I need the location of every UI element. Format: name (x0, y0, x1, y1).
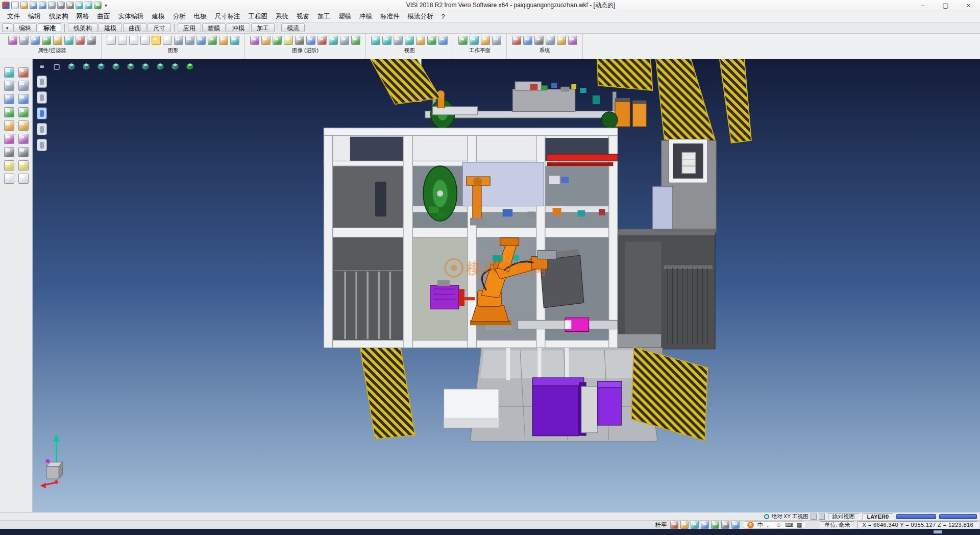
menu-item-stamping[interactable]: 冲模 (355, 11, 376, 22)
ime-bar[interactable]: S 中 。 ☺ ⌨ ▦ (743, 521, 807, 529)
extend-icon[interactable] (18, 147, 29, 157)
options-icon[interactable] (534, 36, 544, 45)
ime-keyboard-icon[interactable]: ⌨ (785, 522, 793, 528)
shadows-icon[interactable] (295, 36, 304, 45)
menu-item-mesh[interactable]: 网格 (72, 11, 93, 22)
tab-modeling[interactable]: 建模 (99, 23, 122, 32)
menu-item-window[interactable]: 视窗 (292, 11, 313, 22)
ime-emoji-icon[interactable]: ☺ (776, 522, 781, 528)
new-file-icon[interactable] (11, 2, 19, 9)
tab-dimension[interactable]: 尺寸 (148, 23, 171, 32)
pattern-icon[interactable] (18, 160, 29, 171)
menu-item-analysis[interactable]: 分析 (169, 11, 190, 22)
mirror-icon[interactable] (18, 107, 29, 117)
tab-application[interactable]: 应用 (178, 23, 201, 32)
tray-icon-pet[interactable] (680, 521, 689, 529)
menu-item-surface[interactable]: 曲面 (93, 11, 114, 22)
menu-item-standard-parts[interactable]: 标准件 (376, 11, 404, 22)
materials-icon[interactable] (261, 36, 271, 45)
tab-surface[interactable]: 曲面 (123, 23, 146, 32)
trim-icon[interactable] (4, 147, 14, 157)
menu-item-wireframe[interactable]: 线架构 (45, 11, 72, 22)
display-mode-shaded-icon[interactable] (37, 76, 47, 88)
menu-item-drafting[interactable]: 工程图 (244, 11, 272, 22)
tab-standard[interactable]: 标准 (38, 23, 61, 32)
tray-icon-keyboard[interactable] (721, 521, 729, 529)
copy-icon[interactable] (66, 2, 74, 9)
copy-element-icon[interactable] (18, 94, 29, 104)
view-top-icon[interactable] (66, 61, 77, 71)
pan-view-icon[interactable] (394, 36, 403, 45)
tray-icon-pen[interactable] (701, 521, 709, 529)
ime-lang-toggle[interactable]: 中 (757, 521, 763, 529)
tab-edit[interactable]: 编辑 (13, 23, 37, 32)
cut-icon[interactable] (57, 2, 65, 9)
filter-curves-icon[interactable] (53, 36, 62, 45)
attributes-icon[interactable] (19, 36, 29, 45)
wireframe-view-icon[interactable] (118, 36, 127, 45)
tab-stamping[interactable]: 冲模 (227, 23, 250, 32)
background-icon[interactable] (329, 36, 338, 45)
color-tool-icon[interactable] (18, 174, 29, 184)
section-view-icon[interactable] (317, 36, 327, 45)
display-mode-transparent-icon[interactable] (37, 139, 47, 151)
display-mode-wireframe-icon[interactable] (37, 91, 47, 104)
render-icon[interactable] (250, 36, 259, 45)
filter-all-icon[interactable] (31, 36, 40, 45)
view-menu-icon[interactable]: ≡ (37, 61, 47, 71)
app-logo-icon[interactable] (2, 2, 10, 9)
axis-display-icon[interactable] (208, 36, 217, 45)
textures-icon[interactable] (273, 36, 282, 45)
delete-icon[interactable] (18, 67, 29, 78)
calculator-icon[interactable] (557, 36, 566, 45)
edge-display-icon[interactable] (163, 36, 172, 45)
split-view-icon[interactable] (819, 514, 825, 520)
tab-dropdown-button[interactable]: ▾ (2, 23, 12, 32)
view-back-icon[interactable] (126, 61, 136, 71)
rotate-view-icon[interactable] (405, 36, 414, 45)
screen-display-icon[interactable] (230, 36, 239, 45)
menu-item-help[interactable]: ? (437, 12, 449, 21)
tab-molding[interactable]: 塑膜 (202, 23, 226, 32)
snap-settings-icon[interactable] (546, 36, 555, 45)
zoom-select-icon[interactable] (4, 67, 14, 78)
box-display-icon[interactable] (174, 36, 183, 45)
view-right-icon[interactable] (96, 61, 106, 71)
snap-lock-toggle[interactable]: 栓牢 (655, 521, 667, 529)
workplane-free-icon[interactable] (492, 36, 501, 45)
tray-icon-clock[interactable] (691, 521, 699, 529)
tray-icon-notes[interactable] (670, 521, 678, 529)
properties-icon[interactable] (8, 36, 17, 45)
restore-button[interactable]: ▢ (934, 0, 957, 11)
menu-item-modeling[interactable]: 建模 (148, 11, 169, 22)
menu-item-electrode[interactable]: 电极 (190, 11, 211, 22)
offset-icon[interactable] (4, 160, 14, 171)
filter-surfaces-icon[interactable] (64, 36, 74, 45)
previous-view-icon[interactable] (416, 36, 425, 45)
menu-item-dimension[interactable]: 尺寸标注 (211, 11, 244, 22)
view-trimetric-icon[interactable] (170, 61, 180, 71)
solid-display-icon[interactable] (152, 36, 161, 45)
minimize-button[interactable]: – (911, 0, 934, 11)
taskbar-item[interactable] (934, 530, 942, 533)
filter-solids-icon[interactable] (76, 36, 85, 45)
reflection-icon[interactable] (340, 36, 349, 45)
tray-icon-volume[interactable] (731, 521, 740, 529)
view-current-icon[interactable] (185, 61, 195, 71)
multi-view-icon[interactable] (438, 36, 448, 45)
display-mode-hidden-icon[interactable] (37, 123, 47, 135)
layer-indicator[interactable]: LAYER0 (863, 513, 893, 520)
layer-manager-icon[interactable] (568, 36, 577, 45)
tray-icon-badge[interactable] (711, 521, 719, 529)
scale-icon[interactable] (4, 120, 14, 131)
camera-icon[interactable] (306, 36, 315, 45)
layer-tool-icon[interactable] (4, 174, 14, 184)
menu-item-file[interactable]: 文件 (3, 11, 24, 22)
tab-machining[interactable]: 加工 (251, 23, 275, 32)
redraw-icon[interactable] (427, 36, 436, 45)
view-left-icon[interactable] (111, 61, 121, 71)
grid-view-icon[interactable] (811, 514, 817, 520)
system-colors-icon[interactable] (512, 36, 521, 45)
move-icon[interactable] (4, 94, 14, 104)
help-icon[interactable] (94, 2, 102, 9)
